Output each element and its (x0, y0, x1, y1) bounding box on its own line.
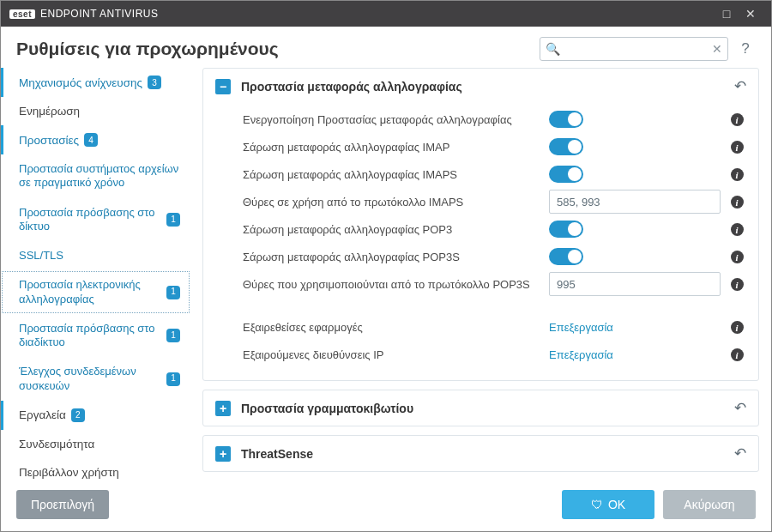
panel-threatsense: ThreatSense ↶ (202, 435, 759, 472)
panel-mailbox-protection: Προστασία γραμματοκιβωτίου ↶ (202, 390, 759, 426)
panel-title: ThreatSense (241, 447, 724, 461)
edit-link[interactable]: Επεξεργασία (549, 348, 613, 361)
info-icon[interactable] (727, 320, 746, 335)
sidebar-item-tools[interactable]: Εργαλεία 2 (1, 401, 190, 430)
setting-label: Σάρωση μεταφοράς αλληλογραφίας IMAPS (243, 168, 542, 181)
pop3s-ports-input[interactable] (549, 272, 721, 296)
sidebar-item-label: Προστασία συστήματος αρχείων σε πραγματι… (19, 162, 180, 190)
toggle-switch[interactable] (549, 221, 583, 238)
toggle-switch[interactable] (549, 111, 583, 128)
setting-label: Ενεργοποίηση Προστασίας μεταφοράς αλληλο… (243, 113, 542, 126)
setting-row-excluded-ips: Εξαιρούμενες διευθύνσεις IP Επεξεργασία (243, 341, 746, 368)
setting-row-scan-pop3: Σάρωση μεταφοράς αλληλογραφίας POP3 (243, 215, 746, 243)
sidebar-item-label: Προστασία πρόσβασης στο διαδίκτυο (19, 322, 161, 350)
sidebar-item-label: Προστασία ηλεκτρονικής αλληλογραφίας (19, 278, 161, 306)
undo-icon[interactable]: ↶ (734, 444, 746, 462)
panel-email-transport-protection: Προστασία μεταφοράς αλληλογραφίας ↶ Ενερ… (202, 68, 759, 381)
setting-label: Εξαιρεθείσες εφαρμογές (243, 321, 542, 334)
setting-label: Θύρες σε χρήση από το πρωτόκολλο IMAPS (243, 196, 542, 209)
info-icon[interactable] (727, 277, 746, 292)
shield-icon: 🛡 (591, 498, 603, 511)
page-header: Ρυθμίσεις για προχωρημένους 🔍 ✕ ? (1, 27, 771, 68)
info-icon[interactable] (727, 222, 746, 237)
info-icon[interactable] (727, 167, 746, 182)
panel-title: Προστασία μεταφοράς αλληλογραφίας (241, 80, 724, 94)
sidebar-item-web-access[interactable]: Προστασία πρόσβασης στο διαδίκτυο 1 (1, 314, 190, 358)
sidebar-item-label: Συνδεσιμότητα (19, 438, 94, 450)
count-badge: 4 (84, 133, 98, 147)
setting-row-enable-email-protection: Ενεργοποίηση Προστασίας μεταφοράς αλληλο… (243, 106, 746, 133)
setting-label: Σάρωση μεταφοράς αλληλογραφίας IMAP (243, 141, 542, 154)
count-badge: 3 (148, 76, 161, 89)
undo-icon[interactable]: ↶ (734, 77, 746, 95)
sidebar-item-connectivity[interactable]: Συνδεσιμότητα (1, 430, 190, 458)
brand-badge: eset (9, 9, 35, 19)
ok-button[interactable]: 🛡 OK (562, 490, 654, 519)
count-badge: 2 (71, 408, 85, 422)
sidebar-item-label: SSL/TLS (19, 249, 63, 263)
search-icon: 🔍 (546, 42, 560, 56)
setting-row-scan-pop3s: Σάρωση μεταφοράς αλληλογραφίας POP3S (243, 243, 746, 270)
sidebar-item-label: Εργαλεία (19, 408, 66, 421)
sidebar-item-protections[interactable]: Προστασίες 4 (1, 125, 190, 154)
sidebar: Μηχανισμός ανίχνευσης 3 Ενημέρωση Προστα… (1, 68, 194, 480)
setting-label: Θύρες που χρησιμοποιούνται από το πρωτόκ… (243, 278, 542, 291)
clear-search-icon[interactable]: ✕ (712, 42, 722, 56)
undo-icon[interactable]: ↶ (734, 399, 746, 417)
count-badge: 1 (166, 329, 180, 342)
sidebar-item-device-control[interactable]: Έλεγχος συνδεδεμένων συσκευών 1 (1, 357, 190, 401)
search-field[interactable]: 🔍 ✕ (540, 37, 728, 61)
sidebar-item-realtime-fs[interactable]: Προστασία συστήματος αρχείων σε πραγματι… (1, 154, 190, 198)
window-title: ENDPOINT ANTIVIRUS (40, 8, 158, 20)
info-icon[interactable] (727, 348, 746, 362)
info-icon[interactable] (727, 112, 746, 127)
toggle-switch[interactable] (549, 248, 583, 265)
setting-row-excluded-apps: Εξαιρεθείσες εφαρμογές Επεξεργασία (243, 313, 746, 341)
expand-icon[interactable] (215, 446, 231, 462)
collapse-icon[interactable] (215, 79, 231, 94)
default-button[interactable]: Προεπιλογή (16, 490, 109, 519)
page-title: Ρυθμίσεις για προχωρημένους (16, 39, 279, 59)
sidebar-item-label: Ενημέρωση (19, 105, 80, 118)
setting-row-scan-imap: Σάρωση μεταφοράς αλληλογραφίας IMAP (243, 133, 746, 160)
sidebar-item-update[interactable]: Ενημέρωση (1, 97, 190, 125)
search-input[interactable] (563, 43, 705, 56)
sidebar-item-network-access[interactable]: Προστασία πρόσβασης στο δίκτυο 1 (1, 198, 190, 242)
sidebar-item-detection-engine[interactable]: Μηχανισμός ανίχνευσης 3 (1, 68, 190, 97)
sidebar-item-label: Έλεγχος συνδεδεμένων συσκευών (19, 365, 161, 393)
help-button[interactable]: ? (735, 40, 756, 57)
sidebar-item-label: Προστασίες (19, 134, 79, 147)
window-maximize-button[interactable]: □ (715, 2, 739, 26)
edit-link[interactable]: Επεξεργασία (549, 321, 613, 334)
toggle-switch[interactable] (549, 166, 583, 183)
sidebar-item-email-protection[interactable]: Προστασία ηλεκτρονικής αλληλογραφίας 1 (1, 270, 190, 314)
setting-label: Σάρωση μεταφοράς αλληλογραφίας POP3S (243, 251, 542, 263)
count-badge: 1 (166, 286, 180, 299)
imaps-ports-input[interactable] (549, 190, 721, 214)
setting-label: Σάρωση μεταφοράς αλληλογραφίας POP3 (243, 223, 542, 236)
ok-button-label: OK (608, 498, 625, 511)
info-icon[interactable] (727, 250, 746, 264)
count-badge: 1 (166, 213, 180, 227)
setting-label: Εξαιρούμενες διευθύνσεις IP (243, 348, 542, 361)
titlebar: eset ENDPOINT ANTIVIRUS □ ✕ (1, 1, 771, 27)
info-icon[interactable] (727, 195, 746, 209)
sidebar-item-label: Μηχανισμός ανίχνευσης (19, 76, 142, 89)
content-area: Προστασία μεταφοράς αλληλογραφίας ↶ Ενερ… (194, 68, 771, 480)
setting-row-imaps-ports: Θύρες σε χρήση από το πρωτόκολλο IMAPS (243, 188, 746, 215)
footer: Προεπιλογή 🛡 OK Ακύρωση (1, 480, 771, 529)
info-icon[interactable] (727, 140, 746, 154)
sidebar-item-label: Περιβάλλον χρήστη (19, 466, 119, 479)
expand-icon[interactable] (215, 401, 231, 416)
sidebar-item-label: Προστασία πρόσβασης στο δίκτυο (19, 206, 161, 234)
cancel-button[interactable]: Ακύρωση (663, 490, 756, 519)
count-badge: 1 (166, 372, 180, 386)
setting-row-pop3s-ports: Θύρες που χρησιμοποιούνται από το πρωτόκ… (243, 270, 746, 298)
sidebar-item-ui[interactable]: Περιβάλλον χρήστη (1, 458, 190, 480)
setting-row-scan-imaps: Σάρωση μεταφοράς αλληλογραφίας IMAPS (243, 160, 746, 188)
sidebar-item-ssl-tls[interactable]: SSL/TLS (1, 241, 190, 270)
window-close-button[interactable]: ✕ (739, 2, 763, 26)
toggle-switch[interactable] (549, 138, 583, 155)
panel-title: Προστασία γραμματοκιβωτίου (241, 402, 724, 415)
